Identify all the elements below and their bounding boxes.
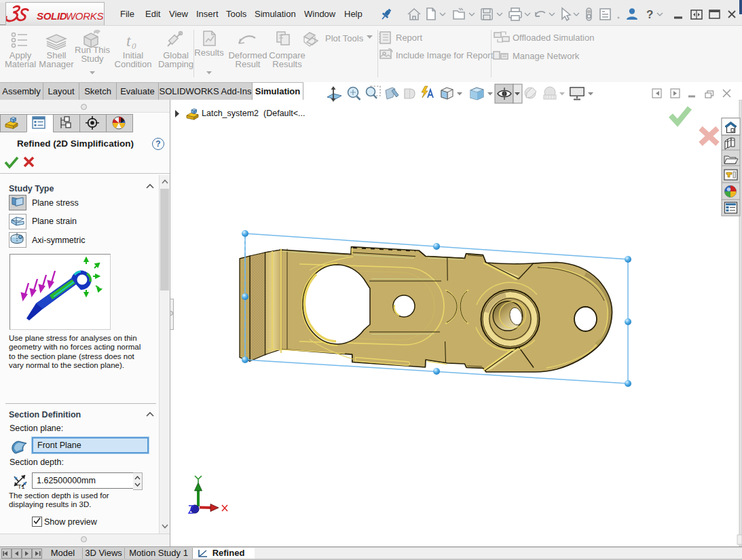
svg-text:T1: T1 bbox=[18, 483, 25, 490]
svg-text:SOLID: SOLID bbox=[37, 10, 67, 22]
svg-text:0: 0 bbox=[132, 41, 136, 51]
svg-text:?: ? bbox=[646, 8, 653, 21]
svg-text:t: t bbox=[126, 32, 132, 50]
svg-text:WORKS: WORKS bbox=[66, 10, 103, 22]
